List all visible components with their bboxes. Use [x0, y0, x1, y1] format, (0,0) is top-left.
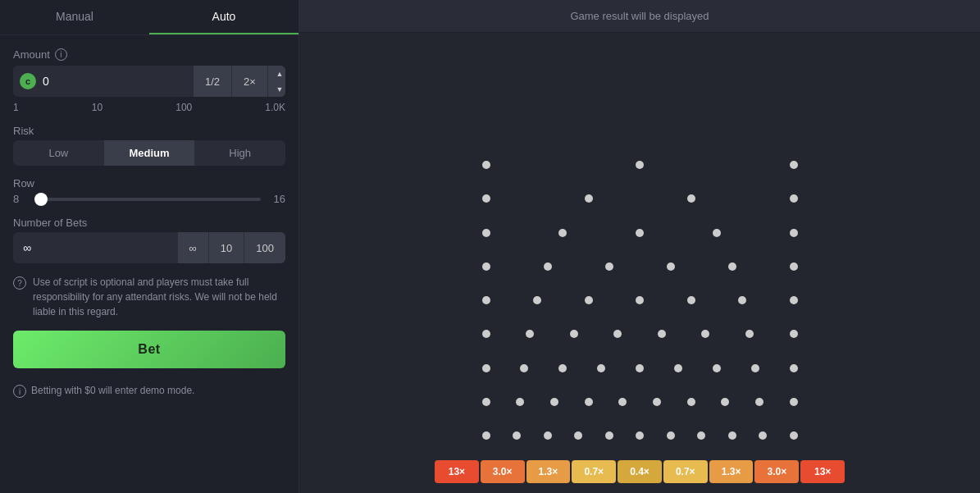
peg — [728, 431, 736, 440]
disclaimer: ? Use of script is optional and players … — [13, 275, 285, 319]
peg — [618, 398, 627, 406]
row-max-value: 16 — [269, 193, 285, 205]
risk-low-button[interactable]: Low — [13, 140, 104, 166]
peg — [636, 364, 644, 372]
peg — [585, 296, 593, 304]
peg — [636, 296, 644, 304]
row-label: Row — [13, 177, 285, 189]
peg — [482, 262, 490, 271]
risk-high-button[interactable]: High — [194, 140, 285, 166]
peg — [667, 431, 675, 440]
tabs-container: Manual Auto — [0, 0, 299, 35]
peg — [482, 229, 490, 237]
peg — [745, 330, 754, 338]
multiplier-bucket: 3.0× — [754, 460, 799, 483]
amount-input-container: c 1/2 2× ▲ ▼ — [13, 66, 285, 97]
row-min-value: 8 — [13, 193, 26, 205]
peg — [597, 364, 605, 372]
peg — [790, 398, 798, 406]
peg — [482, 296, 490, 304]
peg — [605, 431, 613, 440]
demo-notice: i Betting with $0 will enter demo mode. — [13, 380, 285, 401]
quick-amounts-row: 1 10 100 1.0K — [13, 102, 285, 113]
peg — [482, 398, 490, 406]
peg — [544, 431, 552, 440]
peg — [755, 398, 763, 406]
peg — [790, 262, 798, 271]
bet-button[interactable]: Bet — [13, 331, 285, 368]
multiplier-bucket: 3.0× — [481, 460, 525, 483]
coin-symbol: c — [20, 73, 36, 89]
amount-label: Amount — [13, 48, 50, 61]
bets-quick-100[interactable]: 100 — [244, 232, 285, 263]
multiplier-bucket: 0.7× — [572, 460, 616, 483]
multiplier-bucket: 0.7× — [663, 460, 708, 483]
spin-down-button[interactable]: ▼ — [268, 81, 285, 97]
bets-quick-10[interactable]: 10 — [208, 232, 244, 263]
peg — [516, 398, 524, 406]
peg — [482, 194, 490, 203]
peg — [790, 330, 798, 338]
row-slider[interactable] — [34, 198, 261, 201]
double-button[interactable]: 2× — [231, 66, 267, 97]
peg — [687, 296, 695, 304]
quick-amount-4[interactable]: 1.0K — [265, 102, 285, 113]
peg — [558, 364, 567, 372]
peg — [574, 431, 582, 440]
peg — [687, 398, 695, 406]
peg — [790, 296, 798, 304]
left-panel: Manual Auto Amount i c 1/2 2× ▲ ▼ — [0, 0, 299, 493]
peg — [667, 262, 675, 271]
peg — [790, 194, 798, 203]
spin-buttons: ▲ ▼ — [267, 66, 285, 97]
amount-input[interactable] — [36, 66, 193, 97]
peg — [513, 431, 521, 440]
peg — [558, 229, 567, 237]
peg — [526, 330, 534, 338]
peg — [613, 330, 622, 338]
coin-icon: c — [13, 66, 36, 97]
risk-section: Risk Low Medium High — [13, 125, 285, 166]
controls-content: Amount i c 1/2 2× ▲ ▼ 1 10 100 1.0K — [0, 35, 299, 493]
peg — [605, 262, 613, 271]
peg — [636, 229, 644, 237]
peg — [790, 161, 798, 169]
bets-input[interactable] — [13, 232, 177, 263]
peg — [713, 364, 721, 372]
peg — [585, 194, 593, 203]
amount-info-icon[interactable]: i — [55, 48, 67, 61]
plinko-area: 13×3.0×1.3×0.7×0.4×0.7×1.3×3.0×13× — [299, 33, 980, 493]
right-panel: Game result will be displayed 13×3.0×1.3… — [299, 0, 980, 493]
peg — [585, 398, 593, 406]
spin-up-button[interactable]: ▲ — [268, 66, 285, 81]
bets-quick-infinity[interactable]: ∞ — [177, 232, 208, 263]
peg — [482, 431, 490, 440]
multiplier-bucket: 13× — [435, 460, 479, 483]
risk-medium-button[interactable]: Medium — [104, 140, 195, 166]
number-of-bets-label: Number of Bets — [13, 217, 285, 229]
disclaimer-text: Use of script is optional and players mu… — [33, 275, 285, 319]
half-button[interactable]: 1/2 — [193, 66, 231, 97]
demo-info-icon: i — [13, 385, 26, 398]
row-section: Row 8 16 — [13, 177, 285, 205]
peg — [653, 398, 661, 406]
tab-manual[interactable]: Manual — [0, 0, 149, 34]
quick-amount-1[interactable]: 1 — [13, 102, 19, 113]
peg — [697, 431, 705, 440]
peg — [658, 330, 666, 338]
quick-amount-3[interactable]: 100 — [175, 102, 192, 113]
multiplier-bucket: 1.3× — [526, 460, 571, 483]
peg — [701, 330, 709, 338]
pegs-container — [435, 116, 845, 460]
multiplier-bucket: 13× — [800, 460, 845, 483]
tab-auto[interactable]: Auto — [149, 0, 299, 34]
game-result-text: Game result will be displayed — [570, 10, 709, 22]
quick-amount-2[interactable]: 10 — [92, 102, 103, 113]
amount-label-row: Amount i — [13, 48, 285, 61]
peg — [713, 229, 721, 237]
peg — [751, 364, 759, 372]
disclaimer-icon: ? — [13, 276, 26, 290]
peg — [570, 330, 578, 338]
peg — [550, 398, 558, 406]
row-slider-container: 8 16 — [13, 193, 285, 205]
